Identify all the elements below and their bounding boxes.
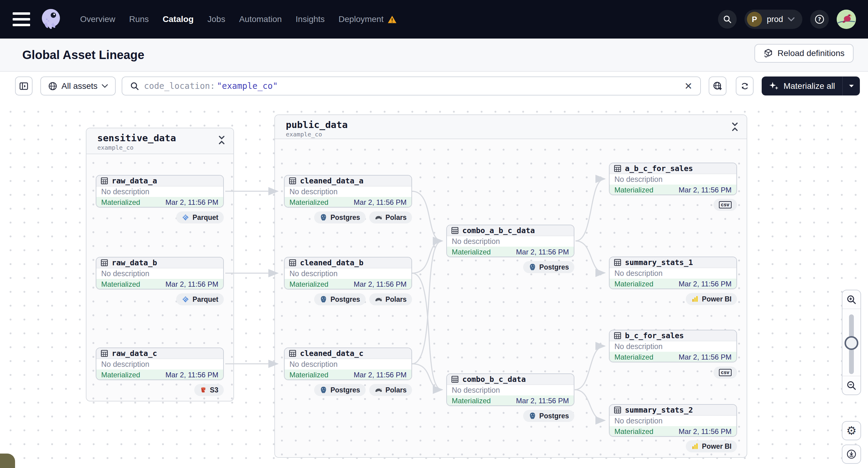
panel-expand-icon — [19, 81, 29, 91]
asset-node-cleaned-data-a[interactable]: cleaned_data_a No description Materializ… — [284, 175, 412, 208]
tag-parquet[interactable]: Parquet — [176, 293, 224, 305]
asset-name: combo_b_c_data — [462, 375, 526, 384]
group-code-location: example_co — [286, 131, 747, 138]
nav-item-insights[interactable]: Insights — [296, 14, 325, 24]
asset-status: Materialized — [101, 280, 140, 288]
user-avatar[interactable] — [837, 10, 856, 29]
minimap-panel[interactable] — [0, 454, 15, 468]
tag-parquet[interactable]: Parquet — [176, 211, 224, 223]
group-title: public_data — [286, 119, 747, 130]
zoom-slider-thumb[interactable] — [844, 336, 858, 350]
tag-label: Parquet — [192, 295, 218, 304]
lineage-canvas[interactable]: sensitive_data example_co public_data ex… — [0, 102, 868, 468]
asset-status: Materialized — [289, 371, 328, 379]
lineage-toolbar: All assets code_location:"example_co" ✕ — [0, 72, 868, 102]
materialize-options-caret[interactable] — [842, 76, 860, 95]
asset-timestamp[interactable]: Mar 2, 11:56 PM — [353, 198, 407, 207]
asset-node-raw-data-c[interactable]: raw_data_c No description MaterializedMa… — [96, 347, 224, 380]
tag-label: Polars — [385, 386, 407, 394]
tag-powerbi[interactable]: Power BI — [686, 293, 737, 305]
tag-postgres[interactable]: Postgres — [314, 384, 365, 396]
table-icon — [289, 259, 297, 267]
dagster-logo[interactable] — [38, 7, 63, 32]
tag-postgres[interactable]: Postgres — [523, 261, 575, 273]
asset-name: raw_data_a — [112, 177, 157, 185]
asset-timestamp[interactable]: Mar 2, 11:56 PM — [516, 248, 569, 256]
postgres-icon — [529, 412, 536, 420]
collapse-group-icon[interactable] — [731, 122, 739, 131]
asset-status: Materialized — [614, 280, 653, 288]
asset-node-cleaned-data-c[interactable]: cleaned_data_c No description Materializ… — [284, 347, 412, 380]
asset-name: raw_data_c — [112, 349, 157, 358]
asset-scope-select[interactable]: All assets — [40, 76, 116, 95]
tag-s3[interactable]: S3 — [194, 384, 224, 396]
tag-powerbi[interactable]: Power BI — [686, 440, 737, 453]
postgres-icon — [529, 263, 536, 271]
refresh-button[interactable] — [736, 76, 753, 95]
asset-node-combo-b-c-data[interactable]: combo_b_c_data No description Materializ… — [446, 373, 575, 406]
asset-timestamp[interactable]: Mar 2, 11:56 PM — [353, 280, 407, 288]
tag-postgres[interactable]: Postgres — [314, 211, 365, 223]
refresh-icon — [740, 81, 750, 91]
asset-node-combo-a-b-c-data[interactable]: combo_a_b_c_data No description Material… — [446, 225, 575, 257]
asset-description: No description — [610, 268, 736, 279]
asset-node-raw-data-a[interactable]: raw_data_a No description MaterializedMa… — [96, 175, 224, 208]
asset-description: No description — [96, 268, 223, 279]
tag-csv[interactable]: csv — [713, 367, 737, 379]
tag-postgres[interactable]: Postgres — [314, 293, 365, 305]
asset-search-input[interactable]: code_location:"example_co" ✕ — [122, 76, 701, 95]
asset-timestamp[interactable]: Mar 2, 11:56 PM — [353, 371, 407, 379]
asset-timestamp[interactable]: Mar 2, 11:56 PM — [679, 280, 732, 288]
tag-label: Power BI — [702, 295, 732, 303]
nav-item-deployment[interactable]: Deployment — [339, 14, 383, 24]
menu-icon[interactable] — [13, 12, 30, 26]
tag-label: Postgres — [539, 263, 569, 271]
parquet-icon — [182, 295, 189, 303]
nav-item-automation[interactable]: Automation — [239, 14, 282, 24]
asset-node-summary-stats-2[interactable]: summary_stats_2 No description Materiali… — [609, 404, 737, 437]
view-scope-button[interactable] — [709, 76, 726, 95]
zoom-in-button[interactable] — [842, 290, 861, 309]
zoom-in-icon — [846, 294, 857, 305]
open-sidebar-button[interactable] — [15, 76, 33, 95]
download-graph-button[interactable] — [842, 444, 861, 464]
asset-timestamp[interactable]: Mar 2, 11:56 PM — [679, 353, 732, 362]
asset-node-cleaned-data-b[interactable]: cleaned_data_b No description Materializ… — [284, 257, 412, 289]
asset-timestamp[interactable]: Mar 2, 11:56 PM — [165, 280, 218, 288]
reload-definitions-button[interactable]: Reload definitions — [754, 44, 854, 63]
search-icon[interactable] — [718, 10, 737, 29]
tag-polars[interactable]: Polars — [369, 384, 412, 396]
asset-node-b-c-for-sales[interactable]: b_c_for_sales No description Materialize… — [609, 330, 737, 362]
asset-timestamp[interactable]: Mar 2, 11:56 PM — [679, 427, 732, 436]
tag-polars[interactable]: Polars — [369, 211, 412, 223]
top-nav: Overview Runs Catalog Jobs Automation In… — [0, 0, 868, 38]
tag-polars[interactable]: Polars — [369, 293, 412, 305]
search-query-prefix: code_location: — [144, 81, 215, 91]
graph-settings-button[interactable]: ⚙ — [842, 421, 861, 440]
asset-timestamp[interactable]: Mar 2, 11:56 PM — [679, 186, 732, 194]
tag-postgres[interactable]: Postgres — [523, 410, 575, 422]
asset-timestamp[interactable]: Mar 2, 11:56 PM — [165, 198, 218, 207]
nav-item-overview[interactable]: Overview — [80, 14, 115, 24]
download-icon — [846, 449, 857, 460]
asset-status: Materialized — [289, 198, 328, 207]
materialize-all-button[interactable]: Materialize all — [762, 76, 860, 95]
nav-item-jobs[interactable]: Jobs — [208, 14, 225, 24]
collapse-group-icon[interactable] — [218, 135, 225, 145]
materialize-all-label: Materialize all — [783, 81, 835, 91]
asset-timestamp[interactable]: Mar 2, 11:56 PM — [516, 397, 569, 405]
nav-item-runs[interactable]: Runs — [129, 14, 149, 24]
clear-search-icon[interactable]: ✕ — [684, 81, 692, 91]
asset-name: raw_data_b — [112, 258, 157, 267]
tag-csv[interactable]: csv — [713, 199, 737, 211]
zoom-out-button[interactable] — [842, 376, 861, 395]
chevron-down-icon — [102, 84, 108, 88]
asset-status: Materialized — [614, 353, 653, 362]
help-icon[interactable]: ? — [810, 10, 829, 29]
asset-node-raw-data-b[interactable]: raw_data_b No description MaterializedMa… — [96, 257, 224, 289]
asset-node-a-b-c-for-sales[interactable]: a_b_c_for_sales No description Materiali… — [609, 163, 737, 195]
asset-node-summary-stats-1[interactable]: summary_stats_1 No description Materiali… — [609, 257, 737, 289]
asset-timestamp[interactable]: Mar 2, 11:56 PM — [165, 371, 218, 379]
nav-item-catalog[interactable]: Catalog — [163, 14, 194, 24]
deployment-switcher[interactable]: P prod — [745, 10, 802, 29]
